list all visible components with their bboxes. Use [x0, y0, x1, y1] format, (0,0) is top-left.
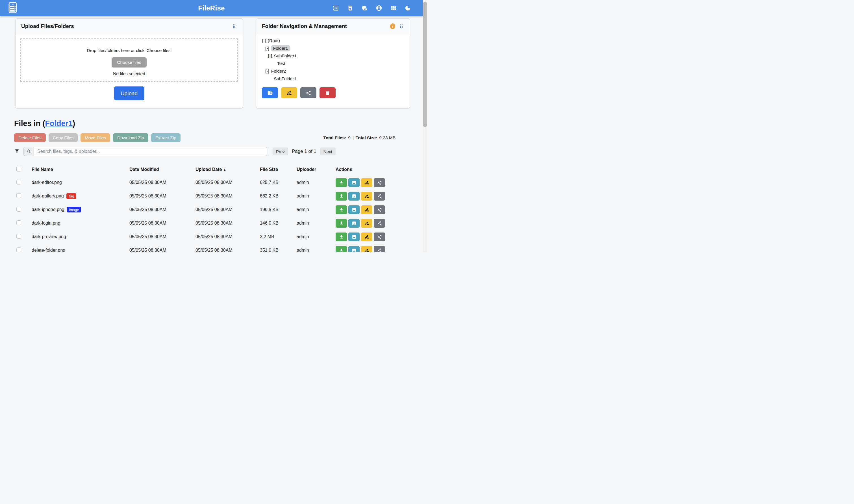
tree-label[interactable]: SubFolder1: [274, 76, 296, 82]
uploader: admin: [297, 248, 335, 252]
admin-panel-icon[interactable]: [361, 5, 368, 12]
file-name[interactable]: delete-folder.png: [32, 248, 65, 252]
share-file-button[interactable]: [374, 205, 385, 214]
choose-files-button[interactable]: Choose files: [112, 57, 146, 68]
rename-file-button[interactable]: [361, 178, 373, 187]
download-file-button[interactable]: [335, 246, 347, 252]
file-dropzone[interactable]: Drop files/folders here or click 'Choose…: [20, 38, 238, 82]
account-circle-icon[interactable]: [376, 5, 382, 12]
download-file-button[interactable]: [335, 233, 347, 241]
share-folder-button[interactable]: [300, 87, 316, 98]
row-actions: [335, 205, 396, 214]
current-folder-link[interactable]: Folder1: [45, 119, 73, 128]
file-actions-toolbar: Delete FilesCopy FilesMove FilesDownload…: [14, 133, 396, 142]
next-page-button[interactable]: Next: [320, 147, 335, 156]
rename-folder-button[interactable]: [281, 87, 297, 98]
share-file-button[interactable]: [374, 233, 385, 241]
files-heading: Files in (Folder1): [14, 119, 75, 128]
row-checkbox[interactable]: [16, 234, 21, 239]
header-file-size[interactable]: File Size: [260, 167, 297, 172]
tree-item-folder1[interactable]: [-]Folder1: [262, 44, 404, 52]
tree-label[interactable]: Folder2: [271, 69, 286, 74]
info-icon[interactable]: [389, 23, 396, 30]
sidebar-toggle-button[interactable]: [6, 1, 19, 15]
tree-item-root[interactable]: [-](Root): [262, 37, 404, 44]
upload-date: 05/05/25 08:30AM: [196, 248, 260, 252]
download-zip-button[interactable]: Download Zip: [113, 133, 148, 142]
share-file-button[interactable]: [374, 178, 385, 187]
tree-item-subfolder1[interactable]: [-]SubFolder1: [262, 52, 404, 60]
preview-image-button[interactable]: [348, 219, 360, 228]
tree-label[interactable]: (Root): [268, 38, 280, 43]
tree-toggle[interactable]: [-]: [265, 69, 269, 74]
rename-file-button[interactable]: [361, 192, 373, 201]
preview-image-button[interactable]: [348, 246, 360, 252]
row-checkbox[interactable]: [16, 193, 21, 198]
grid-view-icon[interactable]: [390, 5, 397, 12]
date-modified: 05/05/25 08:30AM: [129, 221, 196, 226]
rename-file-button[interactable]: [361, 205, 373, 214]
copy-files-button[interactable]: Copy Files: [49, 133, 78, 142]
row-actions: [335, 219, 396, 228]
search-icon[interactable]: [23, 147, 34, 156]
file-name[interactable]: dark-preview.png: [32, 234, 66, 239]
rename-icon: [364, 234, 369, 239]
drag-handle-icon[interactable]: [231, 23, 237, 29]
rename-file-button[interactable]: [361, 219, 373, 228]
select-all-checkbox[interactable]: [16, 167, 21, 172]
download-file-button[interactable]: [335, 192, 347, 201]
share-file-button[interactable]: [374, 246, 385, 252]
delete-folder-button[interactable]: [320, 87, 335, 98]
tree-toggle[interactable]: [-]: [262, 38, 266, 43]
file-name[interactable]: dark-editor.png: [32, 180, 62, 185]
header-upload-date[interactable]: Upload Date▲: [196, 167, 260, 172]
tree-toggle[interactable]: [-]: [265, 46, 269, 51]
scrollbar-thumb[interactable]: [423, 2, 427, 127]
move-files-button[interactable]: Move Files: [80, 133, 110, 142]
filter-icon[interactable]: [14, 149, 20, 154]
upload-button[interactable]: Upload: [114, 87, 144, 100]
tree-toggle[interactable]: [-]: [268, 53, 272, 58]
create-folder-button[interactable]: [262, 87, 278, 98]
file-name[interactable]: dark-gallery.png: [32, 194, 64, 199]
file-name[interactable]: dark-login.png: [32, 221, 60, 226]
download-file-button[interactable]: [335, 219, 347, 228]
header-date-modified[interactable]: Date Modified: [129, 167, 196, 172]
row-actions: [335, 178, 396, 187]
rename-file-button[interactable]: [361, 246, 373, 252]
tree-label[interactable]: Test: [277, 61, 285, 66]
row-checkbox[interactable]: [16, 180, 21, 184]
preview-image-button[interactable]: [348, 192, 360, 201]
share-file-button[interactable]: [374, 192, 385, 201]
share-icon: [377, 180, 382, 185]
table-row: dark-gallery.pngTag 05/05/25 08:30AM 05/…: [14, 189, 396, 203]
upload-date: 05/05/25 08:30AM: [196, 221, 260, 226]
preview-image-button[interactable]: [348, 233, 360, 241]
row-checkbox[interactable]: [16, 207, 21, 212]
rename-file-button[interactable]: [361, 233, 373, 241]
tree-item-subfolder1[interactable]: SubFolder1: [262, 75, 404, 83]
dark-mode-icon[interactable]: [404, 5, 411, 12]
share-file-button[interactable]: [374, 219, 385, 228]
preview-image-button[interactable]: [348, 178, 360, 187]
delete-files-button[interactable]: Delete Files: [14, 133, 46, 142]
tree-label[interactable]: SubFolder1: [274, 53, 297, 58]
scrollbar-track[interactable]: [423, 0, 427, 252]
prev-page-button[interactable]: Prev: [273, 147, 288, 156]
header-uploader[interactable]: Uploader: [297, 167, 335, 172]
drag-handle-icon[interactable]: [399, 23, 404, 29]
exit-to-app-icon[interactable]: [332, 5, 339, 12]
file-name[interactable]: dark-iphone.png: [32, 207, 65, 212]
tree-label[interactable]: Folder1: [271, 45, 290, 51]
tree-item-test[interactable]: Test: [262, 60, 404, 67]
tree-item-folder2[interactable]: [-]Folder2: [262, 67, 404, 75]
extract-zip-button[interactable]: Extract Zip: [151, 133, 181, 142]
preview-image-button[interactable]: [348, 205, 360, 214]
restore-trash-icon[interactable]: [347, 5, 353, 12]
download-file-button[interactable]: [335, 178, 347, 187]
row-checkbox[interactable]: [16, 248, 21, 252]
row-checkbox[interactable]: [16, 220, 21, 225]
search-input[interactable]: [34, 147, 267, 156]
header-file-name[interactable]: File Name: [32, 167, 129, 172]
download-file-button[interactable]: [335, 205, 347, 214]
